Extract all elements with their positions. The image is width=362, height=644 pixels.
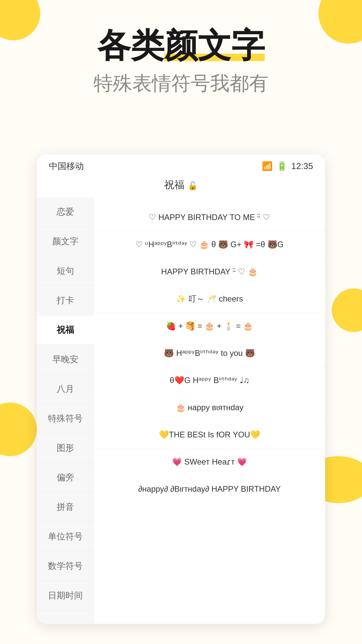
- title-bar: 祝福: [37, 175, 325, 197]
- list-item[interactable]: ♡ ᵘHᵃᵖᵖʸBⁱʳᵗᵈᵃʸ ♡ 🎂 θ 🐻 G+ 🎀 =θ 🐻G: [94, 231, 325, 258]
- signal-icons: 📶: [262, 161, 273, 171]
- main-title-part2: 颜文字: [164, 27, 265, 64]
- sidebar-item-颜文字[interactable]: 颜文字: [37, 227, 94, 256]
- list-item[interactable]: 💛THE BESt Is fOR YOU💛: [94, 421, 325, 448]
- app-body: 恋爱颜文字短句打卡祝福早晚安八月特殊符号图形偏旁拼音单位符号数学符号日期时间 ♡…: [37, 197, 325, 624]
- status-bar: 中国移动 📶 🔋 12:35: [37, 154, 325, 175]
- list-item[interactable]: 🍓 + 🥞 = 🎂 + 🕯️ = 🎂: [94, 313, 325, 340]
- status-right: 📶 🔋 12:35: [262, 161, 313, 171]
- sidebar-item-祝福[interactable]: 祝福: [37, 315, 94, 345]
- page-title: 祝福: [164, 178, 184, 192]
- decorative-circle-mid-right: [332, 288, 362, 332]
- list-item[interactable]: ♡ HAPPY BIRTHDAY TO ME ᵕ̈ ♡: [94, 204, 325, 231]
- main-title: 各类颜文字: [97, 27, 265, 64]
- sidebar-item-短句[interactable]: 短句: [37, 256, 94, 286]
- decorative-circle-bottom-left: [0, 402, 37, 456]
- sidebar-item-偏旁[interactable]: 偏旁: [37, 463, 94, 492]
- sidebar-item-拼音[interactable]: 拼音: [37, 492, 94, 522]
- list-item[interactable]: 🐻 HᵃᵖᵖʸBⁱʳᵗʰᵈᵃʸ to you 🐻: [94, 340, 325, 367]
- list-item[interactable]: ✨ 叮～ 🥂 cheers: [94, 285, 325, 313]
- sub-title: 特殊表情符号我都有: [0, 70, 362, 97]
- content-area: ♡ HAPPY BIRTHDAY TO ME ᵕ̈ ♡♡ ᵘHᵃᵖᵖʸBⁱʳᵗᵈ…: [94, 197, 325, 624]
- phone-mockup: 中国移动 📶 🔋 12:35 祝福 恋爱颜文字短句打卡祝福早晚安八月特殊符号图形…: [37, 154, 325, 624]
- time-display: 12:35: [291, 161, 313, 171]
- sidebar-item-日期时间[interactable]: 日期时间: [37, 581, 94, 610]
- carrier-text: 中国移动: [49, 160, 84, 172]
- sidebar-item-图形[interactable]: 图形: [37, 433, 94, 463]
- list-item[interactable]: ∂нappy∂ ∂Bιrтнday∂ HAPPY BIRTHDAY: [94, 476, 325, 502]
- list-item[interactable]: 💗 SWeeт Heaɾт 💗: [94, 448, 325, 476]
- sidebar-item-打卡[interactable]: 打卡: [37, 286, 94, 315]
- header-section: 各类颜文字 特殊表情符号我都有: [0, 0, 362, 110]
- lock-icon: [188, 179, 198, 191]
- sidebar: 恋爱颜文字短句打卡祝福早晚安八月特殊符号图形偏旁拼音单位符号数学符号日期时间: [37, 197, 94, 624]
- list-item[interactable]: HAPPY BIRTHDAY ᵕ̈ ♡ 🎂: [94, 258, 325, 285]
- battery-icon: 🔋: [277, 161, 287, 171]
- sidebar-item-八月[interactable]: 八月: [37, 374, 94, 404]
- sidebar-item-单位符号[interactable]: 单位符号: [37, 522, 94, 551]
- sidebar-item-恋爱[interactable]: 恋爱: [37, 197, 94, 227]
- sidebar-item-早晚安[interactable]: 早晚安: [37, 345, 94, 374]
- main-title-part1: 各类: [97, 26, 164, 64]
- list-item[interactable]: 🎂 нappy вιятнday: [94, 394, 325, 421]
- list-item[interactable]: θ❤️G Hᵃᵖᵖʸ Bⁱʳᵗʰᵈᵃʸ ♩♫: [94, 367, 325, 394]
- sidebar-item-数学符号[interactable]: 数学符号: [37, 551, 94, 581]
- sidebar-item-特殊符号[interactable]: 特殊符号: [37, 404, 94, 433]
